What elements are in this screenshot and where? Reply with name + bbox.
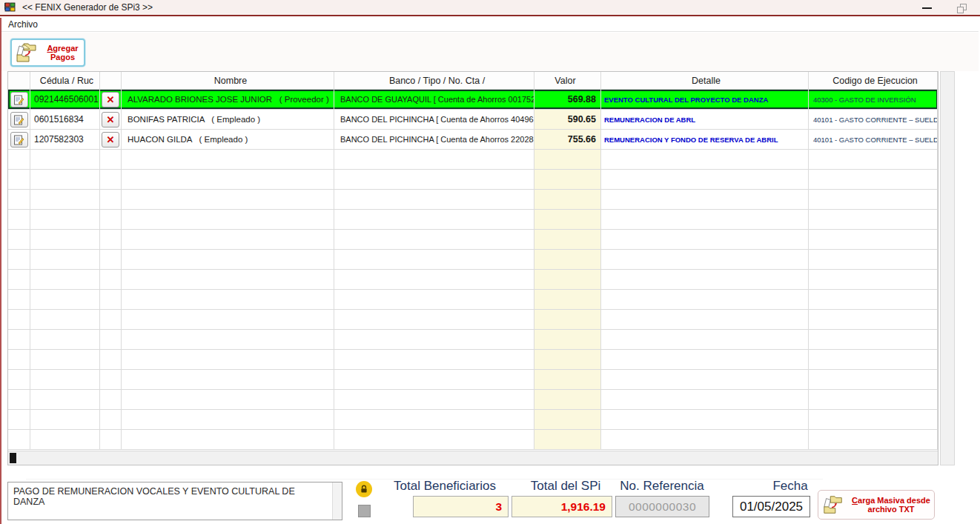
add-payments-folder-icon: [15, 42, 39, 64]
valor-cell: [534, 330, 601, 349]
nombre-cell: [122, 250, 334, 269]
column-header: Detalle: [601, 72, 809, 89]
valor-cell: [534, 170, 601, 189]
valor-cell: [534, 190, 601, 209]
add-payments-button[interactable]: Agregar Pagos: [10, 39, 85, 67]
toolbar: Agregar Pagos Salir: [1, 33, 979, 71]
column-header: Valor: [534, 72, 601, 89]
valor-cell: [534, 350, 601, 369]
nombre-cell: HUACON GILDA ( Empleado ): [122, 130, 334, 149]
valor-cell: [534, 410, 601, 429]
table-row: [8, 170, 938, 190]
delete-row-button[interactable]: ✕: [102, 112, 119, 127]
horizontal-scrollbar-thumb[interactable]: [10, 453, 16, 463]
valor-cell: [534, 270, 601, 289]
cedula-cell: [30, 170, 100, 189]
banco-cell: [334, 310, 534, 329]
table-row: [8, 430, 938, 450]
banco-cell: [334, 270, 534, 289]
valor-cell: [534, 250, 601, 269]
detalle-cell: [601, 330, 809, 349]
codigo-cell: [809, 250, 938, 269]
cedula-cell: 1207582303: [30, 130, 100, 149]
nombre-cell: [122, 230, 334, 249]
column-header: Cédula / Ruc: [30, 72, 100, 89]
codigo-cell: [809, 390, 938, 409]
codigo-cell: [809, 370, 938, 389]
reference-number-field: 0000000030: [615, 496, 709, 517]
lock-icon: [356, 481, 372, 497]
banco-cell: [334, 430, 534, 449]
banco-cell: BANCO DEL PICHINCHA [ Cuenta de Ahorros …: [334, 110, 534, 129]
valor-cell: 569.88: [534, 90, 601, 109]
table-row: [8, 190, 938, 210]
edit-row-button[interactable]: [10, 112, 28, 127]
horizontal-scrollbar[interactable]: [8, 451, 938, 465]
banco-cell: [334, 330, 534, 349]
delete-row-button[interactable]: ✕: [102, 132, 119, 147]
add-payments-label: Agregar Pagos: [42, 44, 84, 62]
edit-row-button[interactable]: [10, 92, 28, 107]
nombre-cell: [122, 270, 334, 289]
banco-cell: [334, 290, 534, 309]
nombre-cell: BONIFAS PATRICIA ( Empleado ): [122, 110, 334, 129]
detalle-cell: [601, 410, 809, 429]
table-row[interactable]: 0601516834✕BONIFAS PATRICIA ( Empleado )…: [8, 110, 938, 130]
banco-cell: [334, 250, 534, 269]
cedula-cell: [30, 310, 100, 329]
table-row: [8, 230, 938, 250]
restore-icon[interactable]: [957, 4, 967, 13]
edit-row-button[interactable]: [10, 132, 28, 147]
detalle-cell: [601, 210, 809, 229]
payments-table: Cédula / RucNombreBanco / Tipo / No. Cta…: [7, 71, 938, 465]
edit-row-icon: [13, 134, 24, 145]
table-row[interactable]: 1207582303✕HUACON GILDA ( Empleado )BANC…: [8, 130, 938, 150]
column-header: Codigo de Ejecucion: [809, 72, 938, 89]
detalle-cell: [601, 250, 809, 269]
delete-x-icon: ✕: [107, 135, 115, 145]
description-scrollbar[interactable]: [332, 482, 342, 520]
nombre-cell: [122, 290, 334, 309]
nombre-cell: [122, 370, 334, 389]
cedula-cell: [30, 330, 100, 349]
detalle-cell: [601, 190, 809, 209]
cedula-cell: [30, 150, 100, 169]
delete-x-icon: ✕: [107, 115, 115, 125]
banco-cell: [334, 210, 534, 229]
menu-item-archivo[interactable]: Archivo: [1, 19, 44, 30]
column-header: [100, 72, 122, 89]
delete-row-button[interactable]: ✕: [102, 92, 119, 107]
nombre-cell: [122, 170, 334, 189]
nombre-cell: [122, 350, 334, 369]
table-row: [8, 410, 938, 430]
payment-description-textarea[interactable]: PAGO DE REMUNERACION VOCALES Y EVENTO CU…: [7, 482, 342, 520]
minimize-icon[interactable]: [922, 7, 932, 9]
cedula-cell: [30, 350, 100, 369]
table-row: [8, 370, 938, 390]
valor-cell: [534, 370, 601, 389]
table-row[interactable]: 0921446506001✕ALVARADO BRIONES JOSE JUNI…: [8, 90, 938, 110]
banco-cell: [334, 390, 534, 409]
codigo-cell: [809, 310, 938, 329]
detalle-cell: REMUNERACION DE ABRL: [601, 110, 809, 129]
nombre-cell: [122, 410, 334, 429]
table-row: [8, 350, 938, 370]
banco-cell: [334, 370, 534, 389]
table-header-row: Cédula / RucNombreBanco / Tipo / No. Cta…: [8, 72, 938, 90]
codigo-cell: 40101 - GASTO CORRIENTE – SUELDOS: [809, 130, 938, 149]
table-row: [8, 290, 938, 310]
valor-cell: 755.66: [534, 130, 601, 149]
cedula-cell: [30, 430, 100, 449]
banco-cell: BANCO DEL PICHINCHA [ Cuenta de Ahorros …: [334, 130, 534, 149]
detalle-cell: [601, 390, 809, 409]
banco-cell: [334, 150, 534, 169]
nombre-cell: [122, 210, 334, 229]
vertical-scrollbar[interactable]: [940, 71, 955, 465]
windows-logo-icon: [4, 2, 16, 13]
bulk-load-txt-button[interactable]: Carga Masiva desde archivo TXT: [818, 490, 935, 520]
valor-cell: [534, 210, 601, 229]
nombre-cell: [122, 330, 334, 349]
date-field[interactable]: 01/05/2025: [732, 496, 810, 517]
valor-cell: [534, 310, 601, 329]
detalle-cell: [601, 230, 809, 249]
